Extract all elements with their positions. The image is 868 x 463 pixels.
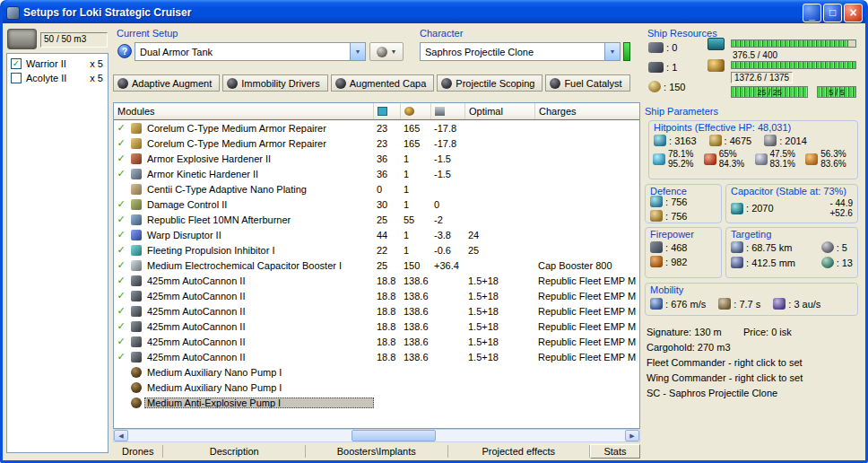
- drone-qty: x 5: [90, 73, 104, 83]
- drone-bandwidth-bar: 25 / 25: [731, 86, 808, 98]
- module-row[interactable]: ✓Medium Electrochemical Capacitor Booste…: [114, 258, 639, 273]
- calibration-value: 150: [664, 82, 685, 92]
- module-row[interactable]: Medium Anti-Explosive Pump I: [114, 395, 639, 410]
- shield-boost-icon: [650, 196, 663, 207]
- module-row[interactable]: ✓Armor Explosive Hardener II361-1.5: [114, 151, 639, 166]
- module-row[interactable]: ✓Corelum C-Type Medium Armor Repairer231…: [114, 120, 639, 135]
- module-icon: [128, 184, 144, 195]
- max-velocity: 676 m/s: [650, 298, 706, 310]
- drone-checkbox[interactable]: ✓: [11, 58, 22, 69]
- character-combo[interactable]: Saphros Projectile Clone ▼: [420, 42, 621, 61]
- subsystem-row: Adaptive AugmentImmobility DriversAugmen…: [113, 74, 640, 92]
- drone-capacity: 50 / 50 m3: [40, 32, 108, 48]
- drone-list-item[interactable]: Acolyte IIx 5: [9, 71, 106, 85]
- capacitor-icon: [731, 203, 743, 214]
- firepower-dps: 468: [650, 241, 716, 253]
- module-row[interactable]: ✓Republic Fleet 10MN Afterburner2555-2: [114, 212, 639, 227]
- subsystem-adaptive-augment[interactable]: Adaptive Augment: [113, 74, 220, 92]
- module-icon: [128, 123, 144, 134]
- setup-combo[interactable]: Dual Armor Tank ▼: [135, 42, 366, 61]
- module-row[interactable]: ✓425mm AutoCannon II18.8138.61.5+18Repub…: [114, 334, 639, 349]
- module-cap: -2: [431, 214, 465, 225]
- module-type-icon: [131, 367, 142, 378]
- module-active-icon: ✓: [114, 336, 128, 347]
- module-row[interactable]: ✓Corelum C-Type Medium Armor Repairer231…: [114, 135, 639, 151]
- wing-commander-text[interactable]: Wing Commander - right click to set: [647, 372, 803, 383]
- charges-column-header[interactable]: Charges: [535, 103, 639, 119]
- tab-stats[interactable]: Stats: [590, 444, 640, 459]
- module-type-icon: [131, 199, 142, 210]
- firepower-dps-value: 468: [665, 242, 687, 253]
- explosive-icon: [805, 153, 818, 165]
- powergrid-usage-text: 1372.6 / 1375: [731, 72, 793, 83]
- help-button[interactable]: ?: [117, 44, 132, 58]
- character-combo-arrow-icon[interactable]: ▼: [604, 43, 620, 60]
- module-row[interactable]: Centii C-Type Adaptive Nano Plating01: [114, 181, 639, 197]
- module-row[interactable]: ✓425mm AutoCannon II18.8138.61.5+18Repub…: [114, 319, 639, 334]
- modules-column-header[interactable]: Modules: [114, 103, 374, 119]
- tab-boosters-implants[interactable]: Boosters\Implants: [306, 445, 448, 458]
- subsystem-icon: [335, 78, 346, 89]
- module-row[interactable]: ✓425mm AutoCannon II18.8138.61.5+18Repub…: [114, 288, 639, 303]
- gear-icon: [377, 47, 387, 57]
- optimal-column-header[interactable]: Optimal: [465, 103, 535, 119]
- module-icon: [128, 260, 144, 271]
- module-charge: Republic Fleet EMP M: [535, 352, 639, 363]
- subsystem-label: Immobility Drivers: [241, 78, 319, 89]
- tab-description[interactable]: Description: [163, 445, 306, 458]
- module-name: 425mm AutoCannon II: [144, 336, 374, 347]
- scroll-right-button[interactable]: ▶: [625, 430, 639, 441]
- armor-resist-value: 84.3%: [719, 159, 744, 169]
- powergrid-column-header[interactable]: [401, 103, 431, 119]
- align-time: 7.7 s: [718, 298, 760, 310]
- horizontal-scrollbar[interactable]: ◀ ▶: [113, 429, 640, 442]
- module-row[interactable]: ✓425mm AutoCannon II18.8138.61.5+18Repub…: [114, 273, 639, 288]
- cpu-column-header[interactable]: [374, 103, 401, 119]
- squad-commander-text[interactable]: SC - Saphros Projectile Clone: [647, 388, 777, 398]
- module-row[interactable]: Medium Auxiliary Nano Pump I: [114, 364, 639, 380]
- module-name: Warp Disruptor II: [144, 230, 374, 240]
- module-type-icon: [131, 382, 142, 393]
- fleet-commander-text[interactable]: Fleet Commander - right click to set: [647, 357, 803, 368]
- scrollbar-thumb[interactable]: [352, 430, 436, 441]
- capacitor-icon: [435, 107, 445, 116]
- module-row[interactable]: ✓Armor Kinetic Hardener II361-1.5: [114, 166, 639, 181]
- modules-table-body[interactable]: ✓Corelum C-Type Medium Armor Repairer231…: [114, 120, 639, 428]
- tab-projected-effects[interactable]: Projected effects: [448, 445, 591, 458]
- setup-combo-arrow-icon[interactable]: ▼: [350, 43, 365, 60]
- module-optimal: 1.5+18: [465, 275, 535, 286]
- module-row[interactable]: Medium Auxiliary Nano Pump I: [114, 380, 639, 395]
- shield-icon: [654, 135, 666, 146]
- maximize-button[interactable]: □: [823, 4, 842, 22]
- module-icon: [128, 169, 144, 179]
- setup-combo-value: Dual Armor Tank: [135, 47, 350, 57]
- shield-resist-value: 65%: [719, 149, 744, 159]
- module-row[interactable]: ✓Damage Control II3010: [114, 197, 639, 212]
- module-charge: Republic Fleet EMP M: [535, 336, 639, 347]
- module-cap: 0: [431, 199, 465, 210]
- subsystem-projectile-scoping[interactable]: Projectile Scoping: [437, 74, 542, 92]
- scroll-left-button[interactable]: ◀: [114, 430, 128, 441]
- subsystem-fuel-catalyst[interactable]: Fuel Catalyst: [545, 74, 629, 92]
- module-name: Damage Control II: [144, 199, 374, 210]
- module-pg: 138.6: [401, 336, 431, 347]
- titlebar[interactable]: Setups for Loki Strategic Cruiser _ □ ×: [3, 0, 865, 23]
- module-row[interactable]: ✓Fleeting Propulsion Inhibitor I221-0.62…: [114, 242, 639, 258]
- capacitor-column-header[interactable]: [431, 103, 465, 119]
- close-button[interactable]: ×: [844, 4, 863, 22]
- subsystem-augmented-capa[interactable]: Augmented Capa: [331, 74, 435, 92]
- drone-checkbox[interactable]: [11, 73, 22, 83]
- scan-resolution-value: 412.5 mm: [746, 258, 795, 268]
- subsystem-immobility-drivers[interactable]: Immobility Drivers: [222, 74, 327, 92]
- setup-tools-button[interactable]: ▼: [369, 42, 404, 61]
- tab-drones[interactable]: Drones: [113, 445, 163, 458]
- module-row[interactable]: ✓425mm AutoCannon II18.8138.61.5+18Repub…: [114, 303, 639, 319]
- module-row[interactable]: ✓Warp Disruptor II441-3.824: [114, 227, 639, 242]
- module-row[interactable]: ✓425mm AutoCannon II18.8138.61.5+18Repub…: [114, 349, 639, 364]
- scrollbar-track[interactable]: [128, 430, 625, 441]
- firepower-group: Firepower 468 982: [645, 227, 722, 278]
- drone-list-item[interactable]: ✓Warrior IIx 5: [9, 57, 106, 71]
- drone-list[interactable]: ✓Warrior IIx 5Acolyte IIx 5: [6, 53, 108, 453]
- price-text: Price: 0 isk: [743, 327, 792, 337]
- minimize-button[interactable]: _: [803, 4, 821, 22]
